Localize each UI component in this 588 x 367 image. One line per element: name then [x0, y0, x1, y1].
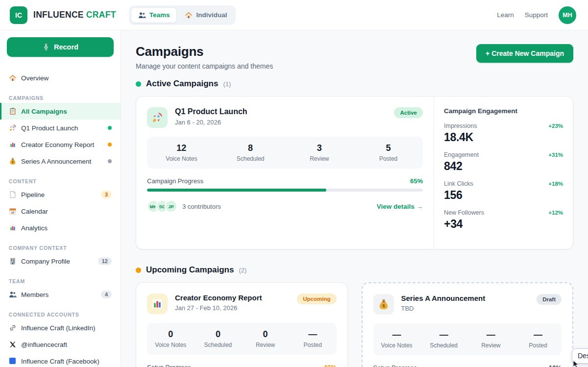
sidebar-item-calendar[interactable]: 17 Calendar: [0, 203, 121, 220]
campaign-icon-tile: [147, 294, 168, 314]
status-badge-active: Active: [394, 107, 423, 118]
stat-label: Posted: [514, 342, 562, 349]
sidebar-item-series-a-announcement[interactable]: $ Series A Announcement: [0, 153, 121, 170]
status-badge-draft: Draft: [537, 294, 562, 305]
stat-label: Review: [467, 342, 514, 349]
record-button-label: Record: [54, 43, 78, 51]
svg-text:$: $: [12, 160, 14, 164]
stat-label: Scheduled: [420, 342, 467, 349]
stat-scheduled: — Scheduled: [420, 330, 467, 349]
metric-delta: +18%: [548, 181, 563, 187]
sidebar-item-company-profile[interactable]: Company Profile 12: [0, 253, 121, 269]
contributors-count: 3 contributors: [182, 203, 221, 210]
microphone-icon: [42, 43, 50, 51]
progress-bar: [147, 189, 423, 192]
metric-link-clicks: Link Clicks +18% 156: [444, 180, 563, 202]
calendar-icon: 17: [9, 207, 17, 215]
stat-value: 5: [354, 143, 423, 153]
link-icon: [9, 324, 17, 332]
sidebar-item-label: Influence Craft (Facebook): [21, 358, 99, 365]
campaign-dates: Jan 6 - 20, 2026: [175, 119, 387, 126]
view-details-link[interactable]: View details →: [377, 203, 423, 210]
active-campaigns-header: Active Campaigns (1): [136, 79, 573, 89]
toggle-teams[interactable]: Teams: [131, 7, 177, 23]
sidebar-item-members[interactable]: Members 4: [0, 286, 121, 303]
sidebar-item-overview[interactable]: Overview: [0, 70, 121, 86]
metric-engagement: Engagement +31% 842: [444, 151, 563, 173]
section-count: (1): [223, 80, 231, 88]
active-campaign-card[interactable]: Q1 Product Launch Jan 6 - 20, 2026 Activ…: [136, 96, 573, 249]
stat-review: 3 Review: [285, 143, 354, 162]
metric-new-followers: New Followers +12% +34: [444, 209, 563, 231]
people-icon: [9, 291, 17, 298]
campaign-name: Series A Announcement: [401, 294, 530, 302]
main-content: Campaigns Manage your content campaigns …: [121, 30, 588, 367]
members-count-badge: 4: [101, 291, 112, 298]
stat-label: Posted: [289, 342, 337, 348]
sidebar-item-linkedin-account[interactable]: Influence Craft (LinkedIn): [0, 319, 121, 336]
progress-label: Campaign Progress: [147, 177, 203, 185]
sidebar-item-label: @influencecraft: [21, 341, 67, 348]
stat-label: Scheduled: [195, 342, 242, 348]
metric-value: 18.4K: [444, 131, 563, 144]
stat-scheduled: 0 Scheduled: [195, 329, 242, 348]
stat-label: Posted: [354, 155, 423, 162]
campaign-stats: 0 Voice Notes 0 Scheduled 0 Review —: [147, 323, 337, 355]
support-link[interactable]: Support: [525, 11, 548, 19]
clipboard-icon: [9, 107, 17, 115]
stat-voice-notes: 12 Voice Notes: [147, 143, 216, 162]
campaign-icon-tile: [147, 107, 168, 128]
sidebar-item-pipeline[interactable]: Pipeline 3: [0, 186, 121, 203]
record-button[interactable]: Record: [7, 37, 114, 57]
progress-percent: 10%: [549, 364, 562, 367]
brand-name: INFLUENCECRAFT: [33, 10, 116, 20]
sidebar-item-all-campaigns[interactable]: All Campaigns: [0, 103, 121, 120]
sidebar-section-company-context: COMPANY CONTEXT: [9, 245, 112, 251]
status-badge-upcoming: Upcoming: [297, 294, 336, 304]
sidebar-item-x-account[interactable]: @influencecraft: [0, 336, 121, 353]
learn-link[interactable]: Learn: [497, 11, 514, 19]
user-avatar[interactable]: MH: [559, 6, 576, 24]
sidebar-item-label: Overview: [21, 74, 49, 82]
sidebar-item-label: Influence Craft (LinkedIn): [21, 324, 96, 332]
sidebar-item-q1-product-launch[interactable]: Q1 Product Launch: [0, 120, 121, 136]
stat-value: —: [420, 330, 467, 340]
brand-word-1: INFLUENCE: [33, 10, 84, 20]
toggle-individual[interactable]: Individual: [178, 7, 234, 23]
rocket-icon: [151, 112, 163, 123]
campaign-dates: Jan 27 - Feb 10, 2026: [175, 304, 290, 312]
sidebar-section-team: TEAM: [9, 278, 112, 284]
stat-value: 0: [242, 329, 289, 340]
status-dot-green: [108, 126, 112, 130]
metric-label: Link Clicks: [444, 180, 473, 187]
sidebar-section-campaigns: CAMPAIGNS: [9, 95, 112, 101]
sidebar-item-facebook-account[interactable]: Influence Craft (Facebook): [0, 353, 121, 367]
sidebar: Record Overview CAMPAIGNS All Campaigns …: [0, 30, 121, 367]
facebook-icon: [9, 357, 17, 365]
stat-voice-notes: — Voice Notes: [373, 330, 420, 349]
people-icon: [138, 11, 146, 19]
create-new-campaign-button[interactable]: + Create New Campaign: [476, 44, 573, 63]
x-logo-icon: [9, 341, 17, 348]
stat-label: Voice Notes: [373, 342, 420, 349]
sidebar-item-analytics[interactable]: Analytics: [0, 220, 121, 236]
bar-chart-icon: [9, 224, 17, 232]
sidebar-item-label: Series A Announcement: [21, 158, 91, 165]
sidebar-item-creator-economy-report[interactable]: Creator Economy Report: [0, 136, 121, 153]
draft-campaign-card[interactable]: $ Series A Announcement TBD Draft — Voic…: [362, 282, 574, 367]
page-heading: Campaigns Manage your content campaigns …: [136, 44, 273, 70]
campaign-stats: — Voice Notes — Scheduled — Review —: [373, 323, 562, 355]
mode-toggle: Teams Individual: [129, 5, 236, 25]
status-dot-orange: [108, 143, 112, 147]
sidebar-item-label: All Campaigns: [21, 108, 67, 115]
upcoming-campaign-card[interactable]: Creator Economy Report Jan 27 - Feb 10, …: [136, 282, 348, 367]
money-bag-icon: $: [9, 157, 17, 165]
stat-value: 12: [147, 143, 216, 153]
stat-value: —: [373, 330, 420, 340]
logo-initials: IC: [15, 11, 22, 19]
stat-review: — Review: [467, 330, 514, 349]
sidebar-item-label: Calendar: [21, 208, 48, 215]
stat-scheduled: 8 Scheduled: [216, 143, 285, 162]
progress-percent: 65%: [410, 177, 423, 185]
page-subtitle: Manage your content campaigns and themes: [136, 62, 273, 70]
